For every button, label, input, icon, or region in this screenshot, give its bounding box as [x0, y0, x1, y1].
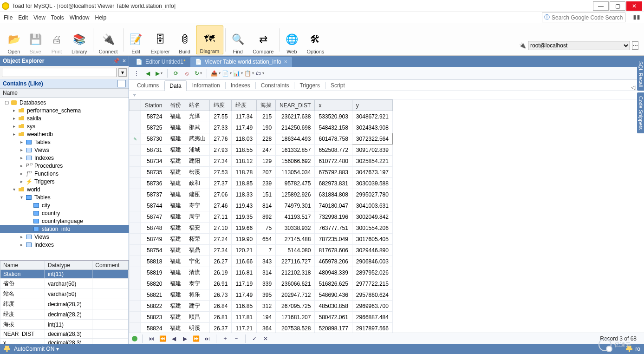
grid-cell[interactable]: 福建	[166, 234, 185, 245]
grid-cell[interactable]: 2969963.700	[352, 301, 392, 312]
grid-cell[interactable]: 118.78	[232, 167, 257, 178]
maximize-button[interactable]: ▢	[610, 1, 625, 11]
grid-cell[interactable]: 520898.177	[315, 323, 352, 333]
grid-cell[interactable]: 207538.528	[276, 323, 315, 333]
nav-back-button[interactable]: ◀	[143, 69, 152, 78]
grid-cell[interactable]: 186344.493	[276, 133, 315, 144]
grid-cell[interactable]: 212102.318	[276, 267, 315, 278]
row-header[interactable]	[130, 267, 141, 278]
commit-edit-button[interactable]: ✓	[250, 334, 259, 343]
grid-cell[interactable]: 2906846.003	[352, 256, 392, 267]
tab-scroll-left-icon[interactable]: ◁	[631, 84, 635, 91]
grid-cell[interactable]: 364	[257, 323, 276, 333]
table-row[interactable]: 58754福建福鼎27.34120.2175144.080817678.6063…	[130, 245, 393, 256]
grid-cell[interactable]: 118.33	[232, 189, 257, 200]
grid-cell[interactable]: 58737	[141, 189, 166, 200]
row-header[interactable]	[130, 223, 141, 234]
tree-node-weatherdb[interactable]: ▸weatherdb	[0, 130, 129, 138]
ribbon-edit-button[interactable]: 📝Edit	[126, 26, 146, 54]
grid-cell[interactable]: 75	[257, 223, 276, 234]
table-row[interactable]: 58818福建宁化26.27116.66343227116.727465978.…	[130, 256, 393, 267]
filter-mode-row[interactable]: Contains (Like)	[0, 79, 129, 88]
grid-cell[interactable]: 339	[257, 278, 276, 289]
ribbon-library-button[interactable]: 📚Library	[68, 26, 91, 54]
add-row-button[interactable]: ＋	[221, 334, 229, 343]
grid-cell[interactable]: 5144.080	[276, 245, 315, 256]
grid-cell[interactable]: 652508.772	[315, 144, 352, 156]
ribbon-connect-button[interactable]: 🔌Connect	[95, 26, 122, 54]
grid-cell[interactable]: 118.12	[232, 156, 257, 167]
grid-cell[interactable]: 118.55	[232, 144, 257, 156]
grid-cell[interactable]: 3017605.405	[352, 234, 392, 245]
grid-cell[interactable]: 580472.061	[315, 312, 352, 323]
grid-cell[interactable]: 清流	[185, 267, 210, 278]
grid-cell[interactable]: 58820	[141, 278, 166, 289]
grid-cell[interactable]: 福建	[166, 223, 185, 234]
grid-cell[interactable]: 171681.207	[276, 312, 315, 323]
grid-cell[interactable]: 3024343.908	[352, 122, 392, 133]
grid-cell[interactable]: 117.21	[232, 323, 257, 333]
grid-cell[interactable]: 福建	[166, 133, 185, 144]
side-tab-sql-recall[interactable]: SQL Recall	[637, 58, 644, 91]
grid-cell[interactable]: 314	[257, 267, 276, 278]
schema-row[interactable]: 经度decimal(28,2)	[0, 309, 129, 320]
grid-cell[interactable]: 74979.301	[276, 200, 315, 211]
grid-cell[interactable]: 161332.857	[276, 144, 315, 156]
row-header[interactable]	[130, 301, 141, 312]
binoculars-icon[interactable]	[633, 14, 640, 21]
schema-row[interactable]: 站名varchar(50)	[0, 289, 129, 299]
schema-row[interactable]: 省份varchar(50)	[0, 279, 129, 289]
grid-cell[interactable]: 675792.883	[315, 167, 352, 178]
object-filter-input[interactable]	[2, 68, 117, 77]
grid-cell[interactable]: 116.85	[232, 301, 257, 312]
grid-cell[interactable]: 58730	[141, 133, 166, 144]
row-header[interactable]	[130, 323, 141, 333]
grid-cell[interactable]: 58824	[141, 323, 166, 333]
sub-tab-columns[interactable]: Columns	[132, 80, 164, 91]
grid-cell[interactable]: 3001554.206	[352, 223, 392, 234]
menu-help[interactable]: Help	[95, 14, 107, 21]
menu-edit[interactable]: Edit	[18, 14, 28, 21]
grid-cell[interactable]: 116.81	[232, 267, 257, 278]
row-header[interactable]	[130, 200, 141, 211]
panel-close-icon[interactable]: ×	[123, 58, 126, 64]
grid-cell[interactable]: 武夷山	[185, 133, 210, 144]
tree-node-triggers[interactable]: ▸⚡Triggers	[0, 177, 129, 185]
schema-header[interactable]: Name	[0, 261, 45, 270]
row-header[interactable]	[130, 167, 141, 178]
grid-cell[interactable]: 建瓯	[185, 189, 210, 200]
grid-cell[interactable]: 27.34	[210, 156, 232, 167]
grid-cell[interactable]: 228	[257, 133, 276, 144]
table-row[interactable]: 58749福建柘荣27.24119.9065427145.488787235.0…	[130, 234, 393, 245]
table-row[interactable]: 58822福建建宁26.84116.85312267095.725485030.…	[130, 301, 393, 312]
autocommit-status[interactable]: AutoCommit ON ▾	[14, 346, 59, 352]
grid-cell[interactable]: 194	[257, 312, 276, 323]
grid-cell[interactable]: 817678.606	[315, 245, 352, 256]
nav-forward-button[interactable]: ▶	[154, 69, 163, 78]
schema-header[interactable]: Comment	[92, 261, 129, 270]
menu-view[interactable]: View	[33, 14, 46, 21]
row-header[interactable]	[130, 178, 141, 189]
funnel-icon[interactable]: ⫧	[132, 92, 137, 98]
grid-cell[interactable]: 312	[257, 301, 276, 312]
grid-cell[interactable]: 福安	[185, 223, 210, 234]
grid-cell[interactable]: 548432.158	[315, 122, 352, 133]
stop-button[interactable]: ⦸	[182, 69, 192, 78]
grid-cell[interactable]: 柘荣	[185, 234, 210, 245]
grid-cell[interactable]: 27.11	[210, 211, 232, 223]
grid-cell[interactable]: 3091702.839	[352, 144, 392, 156]
grid-cell[interactable]: 207	[257, 167, 276, 178]
grid-cell[interactable]: 3048672.921	[352, 111, 392, 122]
grid-cell[interactable]: 福建	[166, 122, 185, 133]
table-row[interactable]: 58730福建武夷山27.76118.03228186344.493601478…	[130, 133, 393, 144]
grid-cell[interactable]: 26.27	[210, 256, 232, 267]
grid-cell[interactable]: 58818	[141, 256, 166, 267]
grid-column-header[interactable]: NEAR_DIST	[276, 100, 315, 111]
ribbon-find-button[interactable]: 🔍Find	[228, 26, 248, 54]
grid-cell[interactable]: 732998.196	[315, 211, 352, 223]
grid-cell[interactable]: 浦城	[185, 144, 210, 156]
doc-tab[interactable]: 📄Viewer Table world.station_info×	[190, 57, 292, 67]
grid-cell[interactable]: 福建	[166, 111, 185, 122]
grid-cell[interactable]: 116.66	[232, 256, 257, 267]
sub-tab-constraints[interactable]: Constraints	[256, 80, 294, 91]
